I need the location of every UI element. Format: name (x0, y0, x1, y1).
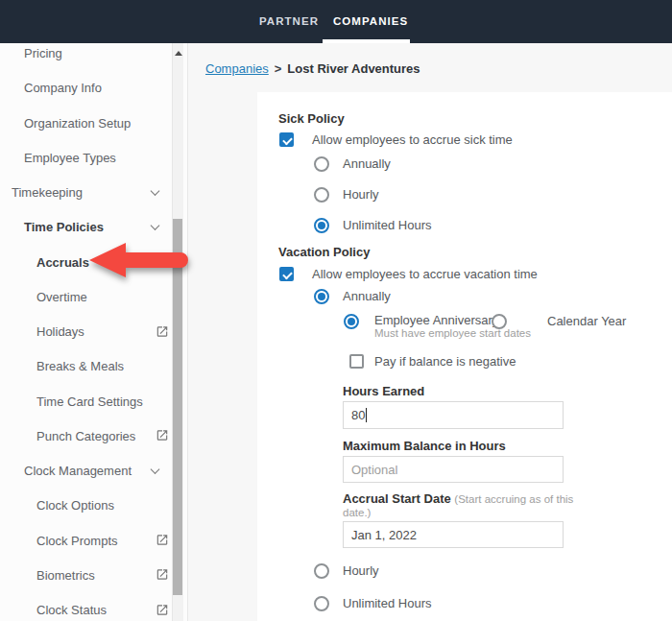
vacation-hourly-label: Hourly (343, 563, 379, 579)
sick-accrue-checkbox[interactable] (279, 132, 294, 147)
vacation-annually-label: Annually (343, 289, 391, 304)
sidebar-item-company-info[interactable]: Company Info (24, 81, 102, 95)
accrual-start-label-main: Accrual Start Date (343, 491, 451, 506)
tab-partner[interactable]: PARTNER (259, 15, 319, 27)
sidebar-item-overtime[interactable]: Overtime (36, 289, 87, 303)
sick-hourly-label: Hourly (343, 187, 379, 203)
content-panel: Sick Policy Allow employees to accrue si… (257, 92, 672, 621)
sick-hourly-radio[interactable] (314, 187, 329, 203)
pay-if-negative-label: Pay if balance is negative (374, 354, 516, 370)
sidebar-item-label: Company Info (24, 81, 102, 95)
sidebar-item-label: Employee Types (24, 150, 116, 164)
sidebar-item-breaks-meals[interactable]: Breaks & Meals (36, 359, 124, 373)
sick-accrue-label: Allow employees to accrue sick time (312, 132, 513, 148)
sidebar-item-label: Overtime (36, 289, 87, 303)
open-in-new-icon (156, 568, 169, 582)
sidebar-item-label: Clock Management (24, 464, 132, 478)
sidebar-item-label: Pricing (24, 46, 62, 60)
hours-earned-value: 80 (351, 408, 365, 422)
vacation-unlimited-label: Unlimited Hours (343, 596, 431, 611)
open-in-new-icon (156, 534, 169, 547)
vacation-unlimited-radio[interactable] (314, 596, 329, 611)
sidebar-item-label: Clock Options (36, 498, 114, 513)
sick-unlimited-label: Unlimited Hours (343, 218, 431, 233)
text-caret (366, 408, 367, 422)
breadcrumb: Companies > Lost River Adventures (205, 61, 420, 76)
open-in-new-icon (156, 603, 169, 616)
sidebar-item-time-card-settings[interactable]: Time Card Settings (36, 394, 143, 408)
vacation-policy-title: Vacation Policy (278, 245, 370, 259)
sidebar-item-biometrics[interactable]: Biometrics (36, 567, 95, 582)
page-title: Lost River Adventures (287, 61, 420, 76)
chevron-down-icon (151, 186, 160, 196)
sidebar-item-label: Holidays (36, 324, 84, 339)
max-balance-label: Maximum Balance in Hours (343, 439, 506, 453)
chevron-down-icon (151, 465, 160, 474)
breadcrumb-companies-link[interactable]: Companies (205, 61, 269, 76)
sidebar-item-pricing[interactable]: Pricing (24, 46, 62, 60)
scrollbar-up-arrow-icon[interactable] (175, 51, 182, 56)
breadcrumb-separator: > (275, 61, 282, 76)
sidebar-item-label: Breaks & Meals (36, 359, 124, 373)
sidebar-item-label: Biometrics (36, 567, 95, 582)
sidebar-item-label: Organization Setup (24, 115, 131, 130)
sick-policy-title: Sick Policy (278, 111, 345, 126)
sidebar-item-label: Time Card Settings (36, 394, 143, 408)
calendar-year-label: Calendar Year (547, 314, 626, 329)
sidebar-item-label: Clock Prompts (36, 533, 118, 547)
sidebar-item-punch-categories[interactable]: Punch Categories (36, 428, 135, 442)
accrual-start-date-input[interactable]: Jan 1, 2022 (343, 521, 564, 548)
sick-annually-radio[interactable] (314, 156, 329, 172)
max-balance-input[interactable]: Optional (343, 456, 564, 483)
accrual-start-label: Accrual Start Date (Start accruing as of… (343, 492, 585, 519)
active-tab-indicator (323, 39, 410, 43)
open-in-new-icon (156, 429, 169, 442)
tab-companies[interactable]: COMPANIES (333, 15, 408, 27)
vacation-accrue-label: Allow employees to accrue vacation time (312, 267, 538, 282)
sidebar-item-clock-status[interactable]: Clock Status (36, 603, 107, 617)
sidebar-item-label: Accruals (36, 254, 89, 269)
sidebar: PricingCompany InfoOrganization SetupEmp… (0, 43, 188, 621)
sidebar-item-label: Timekeeping (12, 185, 83, 200)
employee-anniversary-radio[interactable] (344, 314, 359, 329)
hours-earned-input[interactable]: 80 (343, 401, 564, 429)
sick-annually-label: Annually (343, 156, 391, 172)
employee-anniversary-note: Must have employee start dates (374, 325, 531, 341)
sidebar-item-holidays[interactable]: Holidays (36, 324, 84, 339)
sick-unlimited-radio[interactable] (314, 218, 329, 233)
sidebar-item-label: Punch Categories (36, 428, 135, 442)
vacation-annually-radio[interactable] (314, 289, 329, 304)
sidebar-item-timekeeping[interactable]: Timekeeping (12, 185, 83, 200)
sidebar-item-time-policies[interactable]: Time Policies (24, 220, 104, 234)
open-in-new-icon (156, 324, 169, 338)
chevron-down-icon (151, 221, 160, 230)
hours-earned-label: Hours Earned (343, 384, 424, 398)
pay-if-negative-checkbox[interactable] (349, 354, 364, 369)
sidebar-item-label: Time Policies (24, 220, 104, 234)
sidebar-item-label: Clock Status (36, 603, 107, 617)
calendar-year-radio[interactable] (492, 314, 507, 329)
sidebar-item-clock-prompts[interactable]: Clock Prompts (36, 533, 118, 547)
top-bar: PARTNER COMPANIES (0, 0, 672, 43)
max-balance-placeholder: Optional (351, 463, 397, 477)
sidebar-item-clock-options[interactable]: Clock Options (36, 498, 114, 513)
sidebar-item-accruals[interactable]: Accruals (36, 254, 89, 269)
sidebar-scrollbar-thumb[interactable] (173, 219, 182, 595)
vacation-hourly-radio[interactable] (314, 563, 329, 579)
sidebar-item-employee-types[interactable]: Employee Types (24, 150, 116, 164)
sidebar-item-organization-setup[interactable]: Organization Setup (24, 115, 131, 130)
sidebar-item-clock-management[interactable]: Clock Management (24, 464, 132, 478)
accrual-start-date-value: Jan 1, 2022 (351, 528, 417, 542)
vacation-accrue-checkbox[interactable] (279, 267, 294, 281)
